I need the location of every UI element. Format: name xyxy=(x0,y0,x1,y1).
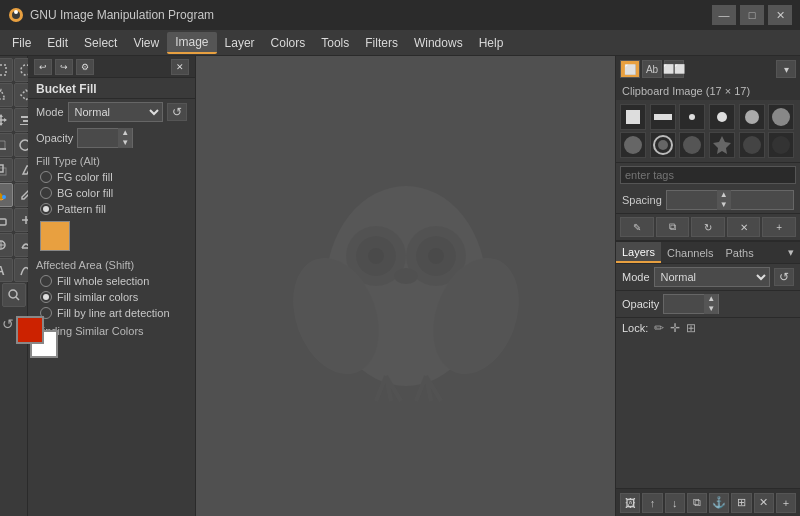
tool-scale[interactable] xyxy=(0,158,13,182)
menu-view[interactable]: View xyxy=(125,32,167,54)
brush-refresh-btn[interactable]: ↻ xyxy=(691,217,725,237)
opacity-up[interactable]: ▲ xyxy=(118,128,132,138)
spacing-input[interactable]: 20.0 xyxy=(667,194,717,206)
fill-whole-row[interactable]: Fill whole selection xyxy=(28,273,195,289)
tool-bucket-fill[interactable] xyxy=(0,183,13,207)
layers-opacity-down[interactable]: ▼ xyxy=(704,304,718,314)
layer-add[interactable]: + xyxy=(776,493,796,513)
maximize-button[interactable]: □ xyxy=(740,5,764,25)
opacity-input[interactable]: 100.0 xyxy=(78,132,118,144)
layer-delete[interactable]: ✕ xyxy=(754,493,774,513)
brush-item[interactable] xyxy=(709,104,735,130)
minimize-button[interactable]: — xyxy=(712,5,736,25)
tags-input[interactable] xyxy=(620,166,796,184)
brush-tool-btn[interactable]: ⬜ xyxy=(620,60,640,78)
patterns-btn[interactable]: ⬜⬜ xyxy=(664,60,684,78)
brush-delete-btn[interactable]: ✕ xyxy=(727,217,761,237)
brush-item[interactable] xyxy=(620,132,646,158)
settings-tab[interactable]: ⚙ xyxy=(76,59,94,75)
brush-item[interactable] xyxy=(768,132,794,158)
menu-layer[interactable]: Layer xyxy=(217,32,263,54)
layers-menu-btn[interactable]: ▾ xyxy=(782,242,800,263)
layer-anchor[interactable]: ⚓ xyxy=(709,493,729,513)
tool-zoom[interactable] xyxy=(2,283,26,307)
tool-eraser[interactable] xyxy=(0,208,13,232)
brush-item[interactable] xyxy=(650,132,676,158)
menu-edit[interactable]: Edit xyxy=(39,32,76,54)
canvas-container[interactable] xyxy=(196,56,615,516)
panel-menu-btn[interactable]: ▾ xyxy=(776,60,796,78)
lock-all-btn[interactable]: ⊞ xyxy=(686,321,696,335)
tab-channels[interactable]: Channels xyxy=(661,242,719,263)
fill-similar-radio[interactable] xyxy=(40,291,52,303)
menu-file[interactable]: File xyxy=(4,32,39,54)
tab-paths[interactable]: Paths xyxy=(720,242,760,263)
mode-reset-btn[interactable]: ↺ xyxy=(167,103,187,121)
brush-item[interactable] xyxy=(679,104,705,130)
layer-new-from-visible[interactable]: 🖼 xyxy=(620,493,640,513)
menu-colors[interactable]: Colors xyxy=(263,32,314,54)
brush-duplicate-btn[interactable]: ⧉ xyxy=(656,217,690,237)
fill-pattern-row[interactable]: Pattern fill xyxy=(28,201,195,217)
fill-pattern-radio[interactable] xyxy=(40,203,52,215)
layers-opacity-input[interactable]: 100.0 xyxy=(664,298,704,310)
brush-item[interactable] xyxy=(739,132,765,158)
layer-move-up[interactable]: ↑ xyxy=(642,493,662,513)
pattern-swatch[interactable] xyxy=(40,221,70,251)
brush-edit-btn[interactable]: ✎ xyxy=(620,217,654,237)
fill-bg-row[interactable]: BG color fill xyxy=(28,185,195,201)
lock-pixels-btn[interactable]: ✏ xyxy=(654,321,664,335)
foreground-color[interactable] xyxy=(16,316,44,344)
layer-move-down[interactable]: ↓ xyxy=(665,493,685,513)
brushes-section: ⬜ Ab ⬜⬜ ▾ Clipboard Image (17 × 17) xyxy=(616,56,800,241)
menu-filters[interactable]: Filters xyxy=(357,32,406,54)
menu-select[interactable]: Select xyxy=(76,32,125,54)
spacing-down[interactable]: ▼ xyxy=(717,200,731,210)
layers-mode-reset[interactable]: ↺ xyxy=(774,268,794,286)
color-reset[interactable]: ↺ xyxy=(2,316,14,332)
fill-bg-radio[interactable] xyxy=(40,187,52,199)
brush-item[interactable] xyxy=(709,132,735,158)
app-title: GNU Image Manipulation Program xyxy=(30,8,214,22)
close-panel-btn[interactable]: ✕ xyxy=(171,59,189,75)
dynamics-btn[interactable]: Ab xyxy=(642,60,662,78)
brush-item[interactable] xyxy=(620,104,646,130)
fill-similar-row[interactable]: Fill similar colors xyxy=(28,289,195,305)
opacity-down[interactable]: ▼ xyxy=(118,138,132,148)
brush-item[interactable] xyxy=(650,104,676,130)
layers-mode-select[interactable]: Normal Multiply Screen xyxy=(654,267,770,287)
tool-heal[interactable] xyxy=(0,233,13,257)
menu-windows[interactable]: Windows xyxy=(406,32,471,54)
fill-similar-label: Fill similar colors xyxy=(57,291,138,303)
app-icon xyxy=(8,7,24,23)
brush-item[interactable] xyxy=(739,104,765,130)
fill-fg-row[interactable]: FG color fill xyxy=(28,169,195,185)
lock-position-btn[interactable]: ✛ xyxy=(670,321,680,335)
brush-item[interactable] xyxy=(679,132,705,158)
layer-duplicate[interactable]: ⧉ xyxy=(687,493,707,513)
layer-merge[interactable]: ⊞ xyxy=(731,493,751,513)
brush-item[interactable] xyxy=(768,104,794,130)
opacity-label: Opacity xyxy=(36,132,73,144)
fill-line-row[interactable]: Fill by line art detection xyxy=(28,305,195,321)
fill-fg-radio[interactable] xyxy=(40,171,52,183)
tab-layers[interactable]: Layers xyxy=(616,242,661,263)
menu-help[interactable]: Help xyxy=(471,32,512,54)
menu-image[interactable]: Image xyxy=(167,32,216,54)
fill-type-label: Fill Type (Alt) xyxy=(28,151,195,169)
spacing-up[interactable]: ▲ xyxy=(717,190,731,200)
tool-free-select[interactable] xyxy=(0,83,13,107)
tool-text[interactable]: A xyxy=(0,258,13,282)
fill-whole-radio[interactable] xyxy=(40,275,52,287)
close-button[interactable]: ✕ xyxy=(768,5,792,25)
svg-rect-3 xyxy=(0,65,6,75)
tool-move[interactable] xyxy=(0,108,13,132)
menu-tools[interactable]: Tools xyxy=(313,32,357,54)
tool-crop[interactable] xyxy=(0,133,13,157)
brush-add-btn[interactable]: + xyxy=(762,217,796,237)
redo-btn[interactable]: ↪ xyxy=(55,59,73,75)
layers-opacity-up[interactable]: ▲ xyxy=(704,294,718,304)
undo-btn[interactable]: ↩ xyxy=(34,59,52,75)
tool-rect-select[interactable] xyxy=(0,58,13,82)
mode-select[interactable]: Normal Dissolve Multiply Screen xyxy=(68,102,163,122)
